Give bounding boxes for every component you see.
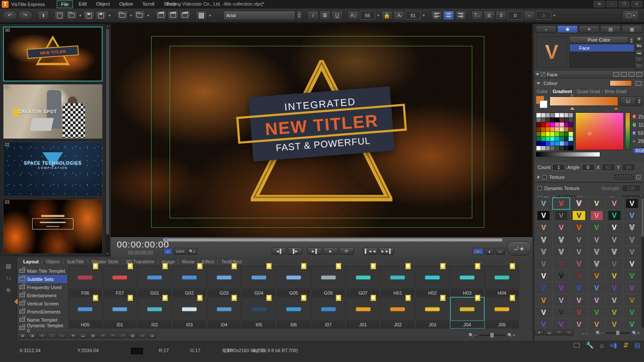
strength-field[interactable]: 100 xyxy=(622,185,641,192)
layer-face[interactable]: Face xyxy=(570,44,634,51)
tab-color-style[interactable]: ❀ xyxy=(557,25,578,33)
open-dropdown-caret[interactable]: ▼ xyxy=(78,14,82,18)
redo-button[interactable]: ↷ xyxy=(18,11,33,20)
line-spacing-button[interactable]: ⇕ xyxy=(495,11,507,20)
colour-collapse-icon[interactable] xyxy=(537,82,540,84)
cat-tool-3[interactable]: ⇆ xyxy=(38,333,47,338)
palette-swatch[interactable] xyxy=(536,141,541,146)
style-preset-2-2[interactable]: V xyxy=(570,221,588,234)
template-G02[interactable]: G02 xyxy=(172,265,207,297)
open-file-button[interactable] xyxy=(66,11,77,20)
palette-swatch[interactable] xyxy=(546,132,550,136)
template-G07[interactable]: G07 xyxy=(346,265,380,297)
grid-tool-2[interactable]: ▬ xyxy=(79,333,88,338)
font-size-field[interactable]: 55 xyxy=(360,11,375,20)
palette-swatch[interactable] xyxy=(555,127,559,132)
template-G04[interactable]: G04 xyxy=(241,265,276,297)
minimize-button[interactable]: – xyxy=(606,1,617,7)
texture-swatch[interactable] xyxy=(615,174,634,180)
style-preset-6-5[interactable]: V xyxy=(623,270,641,282)
template-F07[interactable]: F07 xyxy=(103,265,137,297)
clip-out-button[interactable] xyxy=(167,11,179,20)
style-preset-0-1[interactable]: V xyxy=(552,197,570,210)
style-preset-9-0[interactable]: V xyxy=(535,306,553,319)
template-J01[interactable]: J01 xyxy=(346,297,380,329)
palette-swatch[interactable] xyxy=(541,127,546,132)
palette-swatch[interactable] xyxy=(550,127,555,132)
palette-swatch[interactable] xyxy=(555,141,559,146)
palette-swatch[interactable] xyxy=(536,127,541,132)
palette-swatch[interactable] xyxy=(536,136,541,141)
style-preset-7-5[interactable]: V xyxy=(623,282,641,294)
style-preset-10-0[interactable]: V xyxy=(535,318,553,328)
palette-swatch[interactable] xyxy=(559,141,564,146)
palette-swatch[interactable] xyxy=(550,141,555,146)
transform-mode-button[interactable]: ⤾◈ xyxy=(507,241,532,256)
text-direction-button[interactable]: T↓ xyxy=(471,11,483,20)
template-H04[interactable]: H04 xyxy=(485,265,519,297)
rgb-mode-button[interactable]: RGB xyxy=(632,148,644,154)
style-preset-9-3[interactable]: V xyxy=(588,306,606,319)
colour-tab-bmp-grad[interactable]: Bmp Grad xyxy=(605,89,626,94)
style-preset-5-2[interactable]: V xyxy=(570,258,588,270)
loop-button[interactable]: ⟳ xyxy=(339,247,354,255)
face-grid-icon[interactable] xyxy=(613,72,619,77)
category-entertainment[interactable]: Entertainment xyxy=(18,291,67,299)
lock-ratio-button[interactable]: 🔒 xyxy=(381,11,392,20)
zoom-slider-knob[interactable] xyxy=(490,333,494,338)
template-G01[interactable]: G01 xyxy=(137,265,172,297)
preset-tool-3[interactable]: ↷ xyxy=(555,330,564,335)
sv-cursor[interactable] xyxy=(588,132,591,135)
palette-swatch[interactable] xyxy=(568,136,573,141)
palette-swatch[interactable] xyxy=(555,122,559,127)
texture-row[interactable]: Texture xyxy=(534,172,644,183)
palette-swatch[interactable] xyxy=(555,118,559,122)
style-preset-1-5[interactable]: V xyxy=(623,209,641,222)
style-preset-10-5[interactable]: V xyxy=(623,318,641,328)
style-preset-7-3[interactable]: V xyxy=(588,282,606,294)
font-family-select[interactable]: Arial xyxy=(223,11,295,20)
menu-object[interactable]: Object xyxy=(92,0,114,8)
count-field[interactable]: 1 xyxy=(552,164,565,171)
style-preset-4-0[interactable]: V xyxy=(535,246,553,258)
style-preset-3-1[interactable]: V xyxy=(552,234,570,246)
palette-swatch[interactable] xyxy=(550,113,555,118)
tab-search[interactable]: ⌕ xyxy=(536,25,556,33)
italic-button[interactable]: I xyxy=(307,11,319,20)
layers-icon[interactable]: ≋ xyxy=(4,287,13,293)
palette-swatch[interactable] xyxy=(568,127,573,132)
style-preset-2-4[interactable]: V xyxy=(605,221,623,234)
palette-swatch[interactable] xyxy=(541,132,546,136)
move-layer-down-button[interactable]: ⇩ xyxy=(635,63,643,69)
face-more-icon[interactable] xyxy=(636,72,642,77)
import-button[interactable] xyxy=(117,11,128,20)
menu-edit[interactable]: Edit xyxy=(75,0,91,8)
style-preset-8-0[interactable]: V xyxy=(535,294,553,307)
palette-swatch[interactable] xyxy=(559,127,564,132)
line-spacing-field[interactable]: 0 xyxy=(507,11,523,20)
style-preset-4-3[interactable]: V xyxy=(588,246,606,258)
clip-play-button[interactable] xyxy=(179,11,191,20)
category-vertical-screen[interactable]: Vertical Screen xyxy=(18,299,67,308)
style-preset-5-4[interactable]: V xyxy=(605,258,623,270)
style-preset-9-4[interactable]: V xyxy=(605,306,623,319)
char-spacing-button[interactable]: ⇔ xyxy=(524,11,535,20)
char-spacing-field[interactable]: 3 xyxy=(536,11,551,20)
template-I04[interactable]: I04 xyxy=(207,297,242,329)
save-as-button[interactable] xyxy=(95,11,106,20)
x-field[interactable]: 62 xyxy=(602,164,615,171)
gradient-bar[interactable] xyxy=(550,97,618,106)
style-preset-7-0[interactable]: V xyxy=(535,282,553,294)
palette-swatch[interactable] xyxy=(546,118,550,122)
template-J02[interactable]: J02 xyxy=(380,297,415,329)
menu-option[interactable]: Option xyxy=(115,0,137,8)
style-preset-3-4[interactable]: V xyxy=(605,234,623,246)
template-G06[interactable]: G06 xyxy=(311,265,346,297)
style-preset-7-2[interactable]: V xyxy=(570,282,588,294)
gradient-midpoint-marker[interactable] xyxy=(571,94,573,97)
template-G05[interactable]: G05 xyxy=(276,265,311,297)
import-dropdown-caret[interactable]: ▼ xyxy=(129,14,133,18)
palette-swatch[interactable] xyxy=(536,132,541,136)
style-preset-8-1[interactable]: V xyxy=(552,294,570,307)
playhead-marker[interactable] xyxy=(164,238,168,242)
